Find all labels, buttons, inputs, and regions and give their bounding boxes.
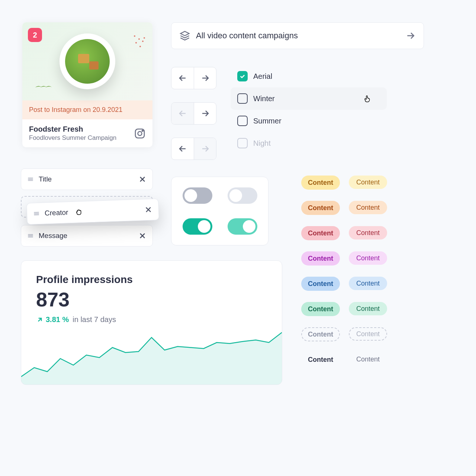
toggle-off-light[interactable] [228,187,257,204]
pill-plain-light[interactable]: Content [349,353,387,366]
stat-card: Profile impressions 873 3.81 % in last 7… [21,260,282,385]
prev-button[interactable] [171,67,194,89]
drag-item-message[interactable]: Message [21,225,153,247]
check-label: Summer [253,117,282,125]
cursor-grab-icon [75,208,84,217]
pager-next-disabled [171,138,216,160]
close-icon[interactable] [138,175,147,184]
post-schedule-banner: Post to Instagram on 20.9.2021 [22,100,152,119]
pill-blue-light[interactable]: Content [349,277,387,290]
pill-green-light[interactable]: Content [349,302,387,315]
pager-default [171,67,216,89]
svg-point-2 [142,130,143,131]
cursor-hand-icon [363,94,372,103]
post-card[interactable]: 2 Post to Instagram on 20.9.2021 Foodste… [22,22,152,147]
checkbox-icon [237,93,248,104]
herb-icon [33,84,54,91]
toggle-panel [171,177,268,245]
instagram-icon [134,128,146,139]
toggle-on-light[interactable] [228,218,257,235]
next-button[interactable] [194,103,216,124]
svg-point-1 [138,131,142,135]
campaign-label: All video content campaigns [196,31,298,41]
arrow-right-icon [201,144,210,153]
sparkline [21,329,282,385]
drag-handle-icon[interactable] [27,176,34,183]
prev-button [171,103,194,124]
pill-purple-bold[interactable]: Content [301,251,340,266]
pill-orange-light[interactable]: Content [349,201,387,214]
pill-pink-bold[interactable]: Content [301,226,340,240]
next-button [194,138,216,160]
checkbox-checked-icon [237,71,248,81]
pill-plain-bold[interactable]: Content [301,353,340,367]
next-button[interactable] [194,67,216,89]
check-night: Night [231,132,387,154]
arrow-right-icon [201,74,210,83]
campaign-selector[interactable]: All video content campaigns [171,22,424,49]
check-label: Winter [253,94,275,103]
pill-green-bold[interactable]: Content [301,302,340,316]
filter-checklist: Aerial Winter Summer Night [231,65,387,154]
check-summer[interactable]: Summer [231,110,387,132]
pill-dashed-bold[interactable]: Content [301,327,340,341]
drag-item-title[interactable]: Title [21,168,153,190]
check-winter[interactable]: Winter [231,87,387,110]
pill-blue-bold[interactable]: Content [301,277,340,291]
checkbox-icon [237,116,248,126]
drag-label: Title [39,175,52,183]
arrow-right-icon [406,31,415,41]
pill-dashed-light[interactable]: Content [349,327,387,341]
toggle-off-dark[interactable] [183,187,212,204]
prev-button[interactable] [171,138,194,160]
pill-orange-bold[interactable]: Content [301,201,340,215]
post-image: 2 [22,22,152,100]
pager-prev-disabled [171,102,216,125]
arrow-left-icon [178,74,187,83]
arrow-right-icon [201,109,210,118]
svg-marker-3 [180,31,189,36]
pill-pink-light[interactable]: Content [349,226,387,239]
stat-trend: 3.81 % [36,315,69,324]
close-icon[interactable] [138,231,147,240]
count-badge: 2 [28,28,42,42]
trend-up-icon [36,316,44,324]
pill-yellow-bold[interactable]: Content [301,176,340,190]
post-subtitle: Foodlovers Summer Campaign [29,134,116,142]
toggle-on-dark[interactable] [183,218,212,235]
post-title: Foodster Fresh [29,125,116,134]
post-info: Foodster Fresh Foodlovers Summer Campaig… [22,119,152,147]
food-photo [60,33,115,89]
layers-icon [180,30,190,41]
stat-title: Profile impressions [36,274,267,286]
drag-item-creator[interactable]: Creator [26,199,159,225]
drag-label: Message [39,232,67,240]
stat-period: in last 7 days [73,315,116,324]
check-aerial[interactable]: Aerial [231,65,387,87]
pill-samples: ContentContentContentContentContentConte… [301,176,387,367]
close-icon[interactable] [144,205,153,214]
arrow-left-icon [178,109,187,118]
drag-label: Creator [45,208,68,217]
pill-purple-light[interactable]: Content [349,251,387,265]
arrow-left-icon [178,144,187,153]
drag-handle-icon[interactable] [27,232,34,239]
pill-yellow-light[interactable]: Content [349,176,387,189]
stat-value: 873 [36,288,267,311]
check-label: Night [253,139,271,148]
drag-handle-icon[interactable] [33,210,41,218]
stat-meta: 3.81 % in last 7 days [36,315,267,324]
check-label: Aerial [253,72,272,81]
checkbox-disabled-icon [237,138,248,148]
